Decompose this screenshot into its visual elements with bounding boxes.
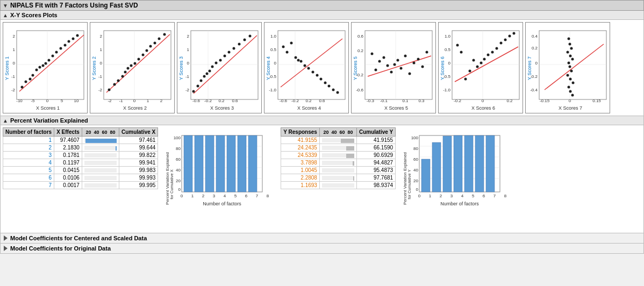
svg-text:1: 1 bbox=[429, 194, 432, 198]
svg-rect-257 bbox=[464, 135, 473, 192]
svg-text:1: 1 bbox=[100, 47, 103, 52]
score-plot-svg-7: Y Scores 7 0.4 0.2 0 -0.2 -0.4 -0.15 0 0… bbox=[526, 23, 610, 113]
score-plot-svg-1: Y Scores 1 2 1 0 -1 -2 -10 -5 0 5 10 X S… bbox=[3, 23, 88, 113]
svg-point-200 bbox=[571, 58, 574, 61]
svg-point-173 bbox=[483, 58, 486, 61]
col-header-xeff: X Effects bbox=[54, 128, 82, 137]
svg-text:X Scores 1: X Scores 1 bbox=[36, 105, 60, 111]
svg-point-176 bbox=[496, 47, 498, 50]
svg-point-18 bbox=[29, 78, 32, 81]
svg-point-50 bbox=[117, 80, 120, 82]
table-row: 5 0.0415 99.983 bbox=[3, 167, 158, 174]
svg-text:0: 0 bbox=[535, 61, 538, 66]
svg-text:4: 4 bbox=[224, 194, 226, 198]
svg-text:2: 2 bbox=[187, 34, 190, 39]
svg-text:3: 3 bbox=[450, 194, 453, 198]
main-title: NIPALS Fit with 7 Factors Using Fast SVD bbox=[10, 2, 138, 9]
score-plot-svg-4: Y Scores 4 1.0 0.5 0 -0.5 -1.0 -0.6 -0.2… bbox=[264, 23, 349, 113]
pv-collapse-icon: ▲ bbox=[3, 118, 8, 124]
table-row: 41.9155 41.9155 bbox=[281, 137, 396, 144]
svg-point-62 bbox=[163, 33, 166, 36]
svg-point-140 bbox=[383, 56, 385, 59]
svg-point-149 bbox=[417, 58, 420, 61]
svg-point-28 bbox=[64, 44, 67, 47]
svg-point-113 bbox=[300, 60, 303, 63]
col-header-cumx: Cumulative X bbox=[119, 128, 158, 137]
svg-point-120 bbox=[328, 85, 331, 88]
svg-point-150 bbox=[421, 66, 424, 68]
svg-point-23 bbox=[45, 62, 47, 65]
bottom-section-2-header[interactable]: Model Coefficients for Original Data bbox=[1, 244, 643, 253]
svg-text:2: 2 bbox=[100, 34, 103, 39]
xy-scores-header[interactable]: ▲ X-Y Scores Plots bbox=[0, 11, 644, 20]
svg-text:0: 0 bbox=[13, 61, 16, 66]
svg-point-122 bbox=[337, 91, 339, 94]
svg-point-59 bbox=[149, 45, 152, 48]
svg-text:for Cumulative Y: for Cumulative Y bbox=[407, 169, 412, 199]
svg-point-147 bbox=[409, 73, 411, 75]
svg-point-205 bbox=[569, 78, 572, 81]
svg-text:-1: -1 bbox=[185, 74, 190, 79]
svg-text:-0.2: -0.2 bbox=[356, 73, 363, 77]
svg-rect-256 bbox=[454, 135, 462, 192]
svg-text:20: 20 bbox=[176, 178, 181, 183]
svg-text:0.5: 0.5 bbox=[270, 47, 277, 52]
xy-collapse-icon: ▲ bbox=[3, 12, 8, 18]
svg-point-180 bbox=[513, 32, 516, 35]
svg-point-51 bbox=[121, 75, 124, 78]
y-responses-table: Y Responses 20 40 60 80 Cumulative Y 41.… bbox=[281, 127, 396, 189]
svg-text:X Scores 4: X Scores 4 bbox=[297, 105, 321, 111]
pv-header[interactable]: ▲ Percent Variation Explained bbox=[0, 116, 644, 125]
svg-point-204 bbox=[567, 74, 569, 77]
svg-text:X Scores 5: X Scores 5 bbox=[384, 105, 408, 111]
bottom-section-1-header[interactable]: Model Coefficients for Centered and Scal… bbox=[1, 233, 643, 243]
svg-text:-2: -2 bbox=[11, 88, 16, 92]
svg-point-198 bbox=[567, 51, 569, 54]
collapse-icon[interactable]: ▼ bbox=[3, 3, 8, 9]
table-row: 4 0.1197 99.941 bbox=[3, 159, 158, 167]
svg-text:5: 5 bbox=[472, 194, 475, 198]
svg-point-85 bbox=[215, 62, 218, 65]
svg-text:-1: -1 bbox=[98, 74, 103, 79]
svg-point-201 bbox=[568, 62, 570, 65]
svg-point-80 bbox=[200, 80, 203, 82]
svg-text:8: 8 bbox=[267, 194, 269, 198]
svg-rect-133 bbox=[365, 31, 432, 99]
score-plot-3: Y Scores 3 2 1 0 -1 -2 -0.6 -0.2 0.2 0.6… bbox=[177, 22, 262, 113]
svg-text:0: 0 bbox=[100, 61, 103, 66]
svg-point-24 bbox=[48, 59, 51, 62]
svg-text:-2: -2 bbox=[98, 88, 103, 92]
svg-point-166 bbox=[456, 44, 459, 47]
svg-point-170 bbox=[473, 59, 475, 62]
col-header-cumy: Cumulative Y bbox=[356, 128, 395, 137]
svg-text:Number of factors: Number of factors bbox=[203, 201, 242, 206]
svg-point-81 bbox=[203, 75, 206, 78]
svg-point-48 bbox=[108, 89, 111, 91]
svg-text:-0.5: -0.5 bbox=[269, 74, 276, 79]
svg-point-30 bbox=[72, 38, 75, 40]
svg-point-174 bbox=[487, 54, 490, 56]
svg-text:5: 5 bbox=[234, 194, 237, 198]
svg-point-21 bbox=[39, 66, 41, 69]
y-bar-chart: Percent Variation Explained for Cumulati… bbox=[402, 127, 510, 231]
svg-text:-1.0: -1.0 bbox=[443, 88, 450, 92]
score-plot-svg-6: Y Scores 6 1.0 0.5 0 -0.5 -1.0 -0.2 0 0.… bbox=[439, 23, 523, 113]
svg-text:0: 0 bbox=[416, 187, 419, 192]
svg-point-52 bbox=[124, 71, 127, 74]
svg-point-118 bbox=[320, 78, 323, 81]
svg-text:1: 1 bbox=[187, 47, 190, 52]
table-row: 3 0.1781 99.822 bbox=[3, 152, 158, 159]
svg-rect-225 bbox=[205, 135, 214, 192]
col-header-yresp: Y Responses bbox=[281, 128, 320, 137]
svg-point-78 bbox=[192, 90, 195, 93]
svg-text:1.0: 1.0 bbox=[270, 34, 277, 39]
svg-point-53 bbox=[127, 67, 130, 70]
bottom-section-1-label: Model Coefficients for Centered and Scal… bbox=[10, 235, 147, 241]
svg-point-195 bbox=[568, 38, 570, 40]
svg-point-17 bbox=[25, 81, 27, 83]
svg-text:0: 0 bbox=[187, 61, 190, 66]
svg-point-114 bbox=[304, 65, 306, 67]
svg-point-87 bbox=[224, 55, 226, 58]
svg-text:Number of factors: Number of factors bbox=[440, 201, 479, 206]
svg-text:2: 2 bbox=[202, 194, 205, 198]
